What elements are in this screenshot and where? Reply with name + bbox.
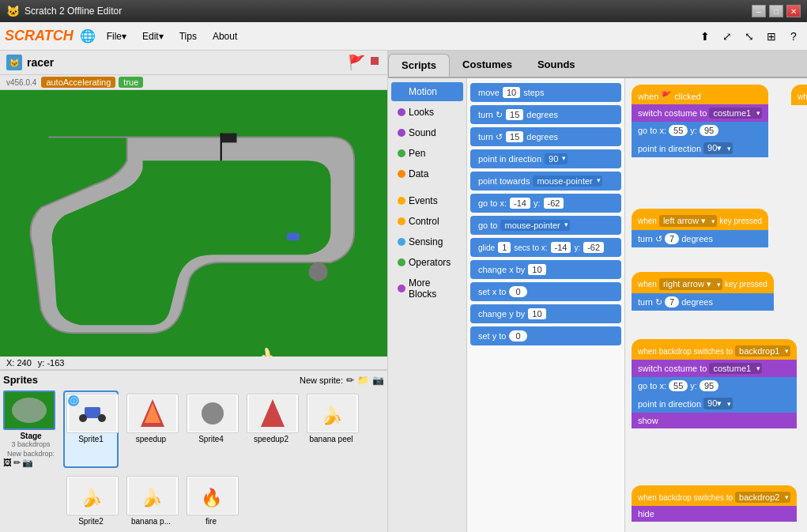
block-change-y[interactable]: change y by 10 <box>470 304 621 323</box>
menu-tips[interactable]: Tips <box>175 28 202 44</box>
ws-costume1-drop[interactable]: costume1 <box>709 108 762 119</box>
block-glide-secs[interactable]: 1 <box>498 242 511 253</box>
block-set-x[interactable]: set x to 0 <box>470 282 621 301</box>
ws-block-switch-costume-2[interactable]: switch costume to costume1 <box>632 360 797 377</box>
green-flag-button[interactable]: 🚩 <box>348 54 365 71</box>
ws-block-point-dir-2[interactable]: point in direction 90▾ <box>632 394 797 413</box>
ws-block-when-right-arrow[interactable]: when right arrow ▾ key pressed <box>632 272 774 293</box>
upload-icon[interactable]: ⬆ <box>696 28 714 45</box>
sprite-item-sprite2[interactable]: 🍌 Sprite2 <box>63 473 119 529</box>
category-operators[interactable]: Operators <box>391 253 463 272</box>
category-sound[interactable]: Sound <box>391 123 463 142</box>
block-turn-cw-value[interactable]: 15 <box>506 109 523 120</box>
fullscreen-icon[interactable]: ⤢ <box>718 28 736 45</box>
ws-turn-cw-val[interactable]: 7 <box>665 296 679 308</box>
block-goto-y-value[interactable]: -62 <box>544 198 564 209</box>
ws-y-val-2[interactable]: 95 <box>700 380 718 391</box>
block-glide-x[interactable]: -14 <box>551 242 571 253</box>
block-change-x-value[interactable]: 10 <box>528 264 545 275</box>
ws-dir-drop-1[interactable]: 90▾ <box>703 142 733 154</box>
tab-sounds[interactable]: Sounds <box>525 54 588 77</box>
ws-turn-ccw-val[interactable]: 7 <box>665 233 679 244</box>
block-set-x-value[interactable]: 0 <box>509 286 526 297</box>
expand-icon[interactable]: ⤡ <box>741 28 758 45</box>
block-move[interactable]: move 10 steps <box>470 83 621 102</box>
sprite-item-speedup[interactable]: speedup <box>123 391 179 468</box>
ws-y-val-1[interactable]: 95 <box>700 125 718 136</box>
category-pen[interactable]: Pen <box>391 144 463 163</box>
ws-block-point-dir-1[interactable]: point in direction 90▾ <box>632 139 768 157</box>
ws-block-hide[interactable]: hide <box>632 506 797 522</box>
sprite-item-fire[interactable]: 🔥 fire <box>183 473 239 529</box>
sprite-item-bananapeel[interactable]: 🍌 banana peel <box>304 391 359 468</box>
menu-edit[interactable]: Edit▾ <box>138 28 168 44</box>
category-looks[interactable]: Looks <box>391 103 463 122</box>
ws-block-goto-xy-1[interactable]: go to x: 55 y: 95 <box>632 122 768 139</box>
globe-icon[interactable]: 🌐 <box>80 28 96 43</box>
sprite-item-bananap[interactable]: 🍌 banana p... <box>123 473 179 529</box>
ws-block-goto-xy-2[interactable]: go to x: 55 y: 95 <box>632 377 797 394</box>
category-motion[interactable]: Motion <box>391 82 463 101</box>
paint-backdrop-icon[interactable]: 🖼 <box>3 458 12 468</box>
menu-file[interactable]: File▾ <box>102 28 131 44</box>
minimize-button[interactable]: – <box>752 5 766 17</box>
ws-block-when-clicked[interactable]: when 🚩 clicked <box>632 85 768 104</box>
camera-sprite-icon[interactable]: 📷 <box>372 375 384 386</box>
category-more[interactable]: More Blocks <box>391 274 463 304</box>
block-glide[interactable]: glide 1 secs to x: -14 y: -62 <box>470 238 621 257</box>
ws-block-when-down-arrow[interactable]: when down arro... key pressed <box>791 85 807 105</box>
ws-block-show[interactable]: show <box>632 413 797 428</box>
ws-left-arrow-drop[interactable]: left arrow ▾ <box>659 215 717 227</box>
block-change-x[interactable]: change x by 10 <box>470 260 621 279</box>
block-turn-cw[interactable]: turn ↻ 15 degrees <box>470 105 621 124</box>
ws-block-backdrop1[interactable]: when backdrop switches to backdrop1 <box>632 339 797 360</box>
block-glide-y[interactable]: -62 <box>583 242 604 253</box>
block-towards-dropdown[interactable]: mouse-pointer <box>533 175 601 187</box>
ws-block-turn-cw-1[interactable]: turn ↻ 7 degrees <box>632 293 774 311</box>
category-data[interactable]: Data <box>391 164 463 183</box>
menu-about[interactable]: About <box>208 28 242 44</box>
block-direction-dropdown[interactable]: 90 <box>545 153 568 164</box>
ws-block-turn-ccw-1[interactable]: turn ↺ 7 degrees <box>632 230 768 247</box>
sprite-item-sprite4[interactable]: Sprite4 <box>183 391 239 468</box>
paint-new-sprite-icon[interactable]: ✏ <box>346 375 354 386</box>
block-set-y[interactable]: set y to 0 <box>470 326 621 345</box>
category-control[interactable]: Control <box>391 212 463 231</box>
stop-button[interactable]: ⏹ <box>368 54 381 71</box>
ws-backdrop2-drop[interactable]: backdrop2 <box>735 492 790 503</box>
ws-backdrop1-drop[interactable]: backdrop1 <box>735 345 790 357</box>
maximize-button[interactable]: □ <box>769 5 783 17</box>
block-goto[interactable]: go to mouse-pointer <box>470 216 621 235</box>
ws-costume1-drop-2[interactable]: costume1 <box>709 363 762 374</box>
upload-sprite-icon[interactable]: 📁 <box>357 375 369 386</box>
block-turn-ccw-value[interactable]: 15 <box>506 131 523 142</box>
block-change-y-value[interactable]: 10 <box>528 308 545 319</box>
sprite-item-speedup2[interactable]: speedup2 <box>243 391 299 468</box>
tab-costumes[interactable]: Costumes <box>450 54 525 77</box>
ws-x-val-1[interactable]: 55 <box>669 125 688 136</box>
block-goto-xy[interactable]: go to x: -14 y: -62 <box>470 194 621 213</box>
ws-block-switch-costume-1[interactable]: switch costume to costume1 <box>632 104 768 122</box>
block-goto-x-value[interactable]: -14 <box>510 198 530 209</box>
block-move-value[interactable]: 10 <box>503 87 520 98</box>
camera-backdrop-icon[interactable]: 📷 <box>22 458 33 468</box>
block-turn-ccw[interactable]: turn ↺ 15 degrees <box>470 127 621 146</box>
stage-item[interactable]: Stage 3 backdrops New backdrop: 🖼 ✏ 📷 <box>3 391 58 468</box>
ws-x-val-2[interactable]: 55 <box>669 380 688 391</box>
help-icon[interactable]: ? <box>785 28 802 45</box>
sprite-item-sprite1[interactable]: ⓘ Sprite1 <box>63 391 119 468</box>
category-events[interactable]: Events <box>391 191 463 210</box>
ws-block-when-left-arrow[interactable]: when left arrow ▾ key pressed <box>632 209 768 230</box>
block-goto-dropdown[interactable]: mouse-pointer <box>500 220 569 231</box>
category-sensing[interactable]: Sensing <box>391 232 463 251</box>
ws-right-arrow-drop[interactable]: right arrow ▾ <box>659 278 722 290</box>
ws-dir-drop-2[interactable]: 90▾ <box>703 398 733 409</box>
block-set-y-value[interactable]: 0 <box>509 330 526 341</box>
block-point-direction[interactable]: point in direction 90 <box>470 149 621 168</box>
block-point-towards[interactable]: point towards mouse-pointer <box>470 172 621 191</box>
upload-backdrop-icon[interactable]: ✏ <box>13 458 21 468</box>
tab-scripts[interactable]: Scripts <box>388 54 450 77</box>
close-button[interactable]: ✕ <box>786 5 801 17</box>
ws-block-backdrop2[interactable]: when backdrop switches to backdrop2 <box>632 485 797 506</box>
shrink-icon[interactable]: ⊞ <box>763 28 780 45</box>
